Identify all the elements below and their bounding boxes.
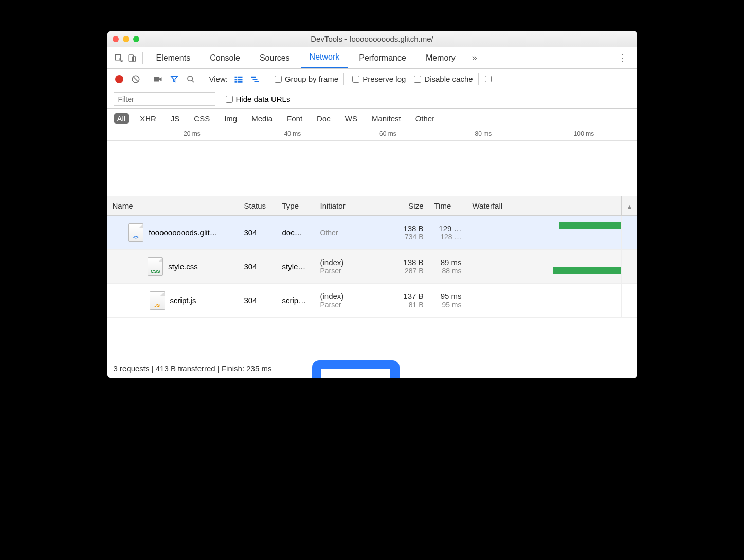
cell-size: 138 B734 B — [391, 216, 429, 249]
waterfall-bar — [553, 267, 621, 274]
type-filter-css[interactable]: CSS — [190, 113, 213, 124]
type-filter-bar: All XHR JS CSS Img Media Font Doc WS Man… — [107, 109, 637, 128]
more-tabs-button[interactable]: » — [467, 52, 482, 63]
type-filter-all[interactable]: All — [114, 113, 130, 124]
type-filter-manifest[interactable]: Manifest — [368, 113, 405, 124]
type-filter-media[interactable]: Media — [248, 113, 276, 124]
search-icon[interactable] — [185, 73, 196, 85]
timeline-tick: 40 ms — [284, 130, 301, 137]
type-filter-font[interactable]: Font — [283, 113, 306, 124]
separator — [147, 73, 147, 85]
col-header-time[interactable]: Time — [429, 196, 467, 215]
svg-rect-14 — [254, 81, 259, 82]
kebab-menu-icon[interactable]: ⋮ — [613, 52, 631, 64]
type-filter-ws[interactable]: WS — [341, 113, 361, 124]
sort-arrow-icon: ▲ — [627, 203, 633, 210]
col-header-name[interactable]: Name — [107, 196, 239, 215]
cell-time: 89 ms88 ms — [429, 250, 467, 283]
document-file-icon: <> — [128, 223, 143, 242]
status-bar: 3 requests | 413 B transferred | Finish:… — [107, 359, 637, 378]
cell-spacer — [622, 284, 637, 317]
group-by-frame-label: Group by frame — [285, 74, 338, 83]
type-filter-doc[interactable]: Doc — [313, 113, 334, 124]
col-header-waterfall[interactable]: Waterfall — [467, 196, 622, 215]
filter-icon[interactable] — [169, 73, 180, 85]
panel-tabbar: Elements Console Sources Network Perform… — [107, 47, 637, 69]
col-header-sort[interactable]: ▲ — [622, 196, 637, 215]
table-row[interactable]: CSS style.css 304 style… (index) Parser … — [107, 250, 637, 284]
group-by-frame-checkbox[interactable]: Group by frame — [275, 74, 338, 83]
type-filter-js[interactable]: JS — [167, 113, 184, 124]
col-header-size[interactable]: Size — [391, 196, 429, 215]
type-filter-img[interactable]: Img — [221, 113, 241, 124]
large-rows-icon[interactable] — [233, 73, 244, 85]
cell-name: CSS style.css — [107, 250, 239, 283]
type-filter-xhr[interactable]: XHR — [136, 113, 160, 124]
cell-size: 137 B81 B — [391, 284, 429, 317]
cell-status: 304 — [239, 250, 277, 283]
traffic-lights — [113, 36, 139, 42]
minimize-window-button[interactable] — [123, 36, 129, 42]
cell-type: scrip… — [277, 284, 315, 317]
svg-rect-4 — [154, 77, 159, 81]
col-header-type[interactable]: Type — [277, 196, 315, 215]
clear-button[interactable] — [130, 73, 141, 85]
cell-spacer — [622, 250, 637, 283]
tab-performance[interactable]: Performance — [351, 48, 414, 68]
tab-network[interactable]: Network — [301, 47, 348, 68]
cell-status: 304 — [239, 284, 277, 317]
filter-input[interactable] — [114, 92, 215, 106]
cell-type: doc… — [277, 216, 315, 249]
record-icon — [115, 75, 123, 83]
separator — [142, 52, 143, 64]
tab-memory[interactable]: Memory — [418, 48, 464, 68]
separator — [478, 73, 479, 85]
svg-rect-12 — [251, 76, 256, 77]
disable-cache-label: Disable cache — [424, 74, 473, 83]
initiator-sub: Parser — [320, 267, 386, 275]
preserve-log-label: Preserve log — [362, 74, 406, 83]
inspect-icon[interactable] — [114, 53, 124, 63]
timeline-overview[interactable]: 20 ms 40 ms 60 ms 80 ms 100 ms — [107, 128, 637, 196]
col-header-initiator[interactable]: Initiator — [315, 196, 391, 215]
close-window-button[interactable] — [113, 36, 119, 42]
table-body: <> fooooooooods.glit… 304 doc… Other 138… — [107, 216, 637, 359]
cell-type: style… — [277, 250, 315, 283]
table-row[interactable]: JS script.js 304 scrip… (index) Parser 1… — [107, 284, 637, 318]
view-label: View: — [209, 74, 228, 83]
svg-rect-7 — [238, 76, 243, 78]
initiator-link[interactable]: (index) — [320, 292, 386, 301]
col-header-status[interactable]: Status — [239, 196, 277, 215]
titlebar: DevTools - fooooooooods.glitch.me/ — [107, 31, 637, 47]
hide-data-urls-checkbox[interactable]: Hide data URLs — [226, 95, 291, 103]
cell-waterfall — [467, 284, 622, 317]
cell-status: 304 — [239, 216, 277, 249]
table-row[interactable]: <> fooooooooods.glit… 304 doc… Other 138… — [107, 216, 637, 250]
js-file-icon: JS — [150, 291, 165, 310]
cell-time: 129 …128 … — [429, 216, 467, 249]
timeline-tick: 100 ms — [574, 130, 594, 137]
tab-sources[interactable]: Sources — [251, 48, 298, 68]
tab-elements[interactable]: Elements — [148, 48, 199, 68]
initiator-text: Other — [320, 229, 386, 237]
separator — [266, 73, 266, 85]
zoom-window-button[interactable] — [133, 36, 139, 42]
request-table: Name Status Type Initiator Size Time Wat… — [107, 196, 637, 359]
waterfall-view-icon[interactable] — [249, 73, 261, 85]
cell-waterfall — [467, 250, 622, 283]
cell-name: JS script.js — [107, 284, 239, 317]
disable-cache-checkbox[interactable]: Disable cache — [414, 74, 473, 83]
svg-rect-6 — [234, 76, 237, 78]
tab-console[interactable]: Console — [202, 48, 248, 68]
preserve-log-checkbox[interactable]: Preserve log — [352, 74, 406, 83]
camera-icon[interactable] — [152, 73, 164, 85]
waterfall-bar — [559, 222, 621, 229]
record-button[interactable] — [114, 73, 125, 85]
type-filter-other[interactable]: Other — [412, 113, 439, 124]
svg-point-5 — [188, 76, 192, 81]
device-toggle-icon[interactable] — [127, 53, 137, 63]
svg-rect-11 — [238, 81, 243, 82]
initiator-link[interactable]: (index) — [320, 258, 386, 267]
timeline-tick: 80 ms — [475, 130, 492, 137]
offline-checkbox[interactable] — [485, 76, 492, 82]
